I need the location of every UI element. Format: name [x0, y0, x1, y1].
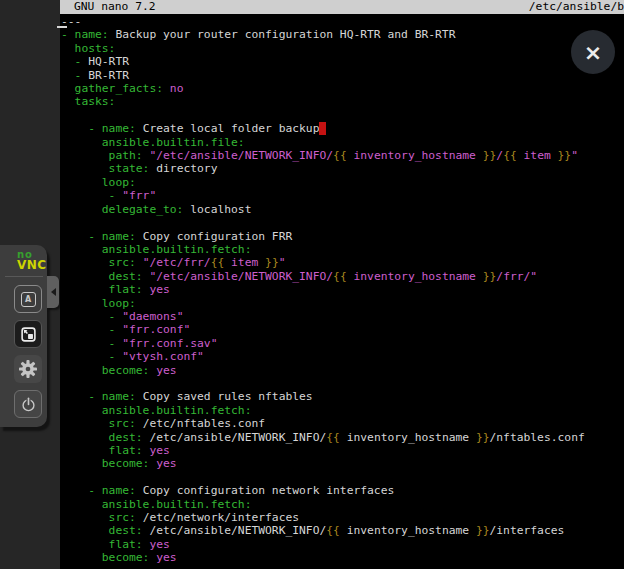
- keyboard-button[interactable]: A: [14, 285, 42, 313]
- editor-line: flat: yes: [61, 283, 623, 296]
- text-cursor: [319, 122, 326, 135]
- remote-cursor-artifact: [57, 26, 67, 28]
- editor-text[interactable]: ---- name: Backup your router configurat…: [61, 15, 623, 568]
- editor-line: hosts:: [61, 42, 623, 55]
- editor-line: dest: "/etc/ansible/NETWORK_INFO/{{ inve…: [61, 270, 623, 283]
- editor-line: path: "/etc/ansible/NETWORK_INFO/{{ inve…: [61, 149, 623, 162]
- fullscreen-icon: [20, 326, 37, 343]
- editor-line: - name: Backup your router configuration…: [61, 28, 623, 41]
- terminal-window: GNU nano 7.2 /etc/ansible/b ---- name: B…: [60, 0, 624, 569]
- editor-line: tasks:: [61, 95, 623, 108]
- novnc-logo-bottom: VNC: [17, 260, 47, 270]
- gear-icon: [19, 360, 37, 378]
- nano-app-title: GNU nano 7.2: [60, 0, 156, 14]
- editor-line: dest: /etc/ansible/NETWORK_INFO/{{ inven…: [61, 431, 623, 444]
- editor-line: gather_facts: no: [61, 82, 623, 95]
- editor-line: loop:: [61, 176, 623, 189]
- panel-divider: [5, 276, 43, 277]
- editor-line: - name: Create local folder backup: [61, 122, 623, 135]
- editor-line: flat: yes: [61, 444, 623, 457]
- editor-line: [61, 377, 623, 390]
- collapse-arrow-icon: [51, 288, 56, 296]
- editor-line: [61, 216, 623, 229]
- editor-line: ansible.builtin.fetch:: [61, 404, 623, 417]
- editor-line: - "frr.conf.sav": [61, 337, 623, 350]
- editor-line: - name: Copy saved rules nftables: [61, 390, 623, 403]
- editor-line: ansible.builtin.file:: [61, 136, 623, 149]
- editor-line: - "daemons": [61, 310, 623, 323]
- editor-line: [61, 471, 623, 484]
- fullscreen-button[interactable]: [14, 320, 42, 348]
- editor-line: become: yes: [61, 364, 623, 377]
- nano-titlebar: GNU nano 7.2 /etc/ansible/b: [60, 0, 624, 14]
- novnc-control-bar: no VNC A: [0, 245, 47, 427]
- novnc-buttons: A: [0, 285, 47, 418]
- editor-line: src: /etc/network/interfaces: [61, 511, 623, 524]
- close-icon: ×: [584, 40, 602, 65]
- editor-line: ansible.builtin.fetch:: [61, 243, 623, 256]
- settings-button[interactable]: [14, 355, 42, 383]
- editor-line: - name: Copy configuration FRR: [61, 230, 623, 243]
- editor-line: - "frr.conf": [61, 323, 623, 336]
- editor-line: ansible.builtin.fetch:: [61, 498, 623, 511]
- editor-line: flat: yes: [61, 538, 623, 551]
- editor-line: dest: /etc/ansible/NETWORK_INFO/{{ inven…: [61, 524, 623, 537]
- nano-file-path: /etc/ansible/b: [529, 0, 624, 14]
- editor-line: - "vtysh.conf": [61, 350, 623, 363]
- editor-line: src: "/etc/frr/{{ item }}": [61, 256, 623, 269]
- editor-line: - HQ-RTR: [61, 55, 623, 68]
- power-icon: [20, 396, 37, 413]
- keyboard-icon: A: [21, 292, 36, 307]
- editor-line: become: yes: [61, 457, 623, 470]
- editor-line: become: yes: [61, 551, 623, 564]
- editor-line: - "frr": [61, 189, 623, 202]
- editor-line: state: directory: [61, 162, 623, 175]
- editor-line: src: /etc/nftables.conf: [61, 417, 623, 430]
- control-bar-handle[interactable]: [47, 276, 59, 308]
- keycap-letter: A: [25, 295, 31, 304]
- editor-line: - BR-RTR: [61, 69, 623, 82]
- editor-line: [61, 109, 623, 122]
- novnc-logo: no VNC: [17, 250, 47, 270]
- editor-line: ---: [61, 15, 623, 28]
- close-button[interactable]: ×: [571, 30, 615, 74]
- editor-line: - name: Copy configuration network inter…: [61, 484, 623, 497]
- power-button[interactable]: [14, 390, 42, 418]
- editor-line: loop:: [61, 297, 623, 310]
- editor-line: delegate_to: localhost: [61, 203, 623, 216]
- novnc-viewport: GNU nano 7.2 /etc/ansible/b ---- name: B…: [0, 0, 624, 569]
